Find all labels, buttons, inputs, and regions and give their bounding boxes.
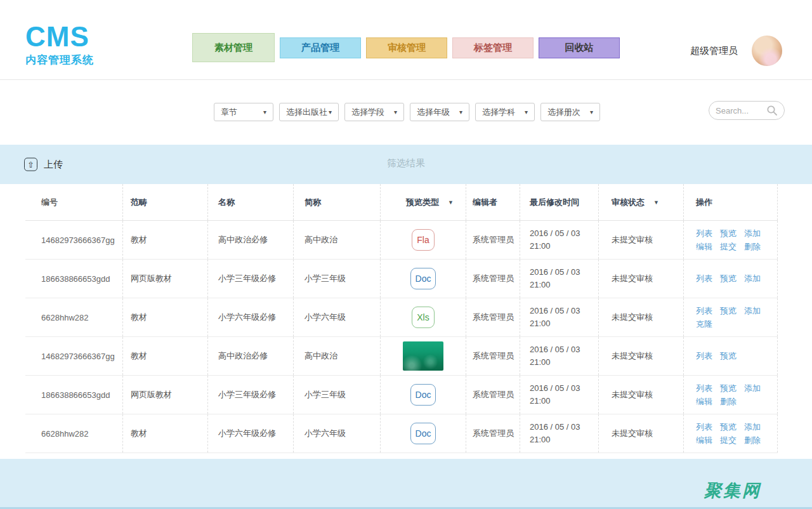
action-link-add[interactable]: 添加 xyxy=(744,273,761,284)
modified-datetime: 2016 / 05 / 0321:00 xyxy=(530,266,580,291)
action-links: 列表预览 xyxy=(696,350,777,362)
main-navigation: 素材管理产品管理审核管理标签管理回收站 xyxy=(192,33,620,62)
action-link-preview[interactable]: 预览 xyxy=(720,383,737,394)
user-area: 超级管理员 xyxy=(690,36,782,66)
action-link-list[interactable]: 列表 xyxy=(696,383,712,394)
dropdown-label: 章节 xyxy=(221,107,237,118)
dropdown-subject[interactable]: 选择学科▾ xyxy=(475,103,535,121)
editor-cell: 系统管理员 xyxy=(466,298,520,336)
dropdown-publisher[interactable]: 选择出版社▾ xyxy=(279,103,339,121)
dropdown-label: 选择年级 xyxy=(417,107,450,118)
action-link-submit[interactable]: 提交 xyxy=(720,241,737,253)
table-row: 6628hhw282教材小学六年级必修小学六年级Xls系统管理员2016 / 0… xyxy=(25,298,778,337)
actions-cell: 列表预览 xyxy=(684,337,778,375)
action-link-list[interactable]: 列表 xyxy=(696,273,712,284)
editor-cell: 系统管理员 xyxy=(466,221,520,259)
id-cell: 186638866653gdd xyxy=(25,376,123,414)
action-link-preview[interactable]: 预览 xyxy=(720,350,737,362)
modified-datetime: 2016 / 05 / 0321:00 xyxy=(530,227,580,253)
preview-cell: Doc xyxy=(381,260,466,298)
dropdown-chapter[interactable]: 章节▾ xyxy=(214,103,273,121)
chevron-down-icon: ▾ xyxy=(394,109,397,116)
modified-time-cell: 2016 / 05 / 0321:00 xyxy=(520,221,599,259)
action-link-clone[interactable]: 克隆 xyxy=(696,319,712,330)
column-header-label: 预览类型 xyxy=(406,197,439,208)
name-cell: 小学六年级必修 xyxy=(208,298,294,336)
chevron-down-icon: ▾ xyxy=(329,109,332,116)
search-input[interactable] xyxy=(716,106,764,116)
column-header-label: 最后修改时间 xyxy=(530,196,579,209)
action-link-submit[interactable]: 提交 xyxy=(720,435,737,446)
action-link-list[interactable]: 列表 xyxy=(696,228,712,239)
id-cell: 14682973666367gg xyxy=(25,221,123,259)
search-box xyxy=(709,101,785,120)
action-link-list[interactable]: 列表 xyxy=(696,421,712,433)
preview-type-badge: Fla xyxy=(412,229,434,251)
action-link-preview[interactable]: 预览 xyxy=(720,421,737,433)
action-link-list[interactable]: 列表 xyxy=(696,350,712,362)
action-link-delete[interactable]: 删除 xyxy=(744,435,761,446)
dropdown-label: 选择出版社 xyxy=(286,107,327,118)
nav-tab-products[interactable]: 产品管理 xyxy=(280,37,361,58)
logo-subtitle: 内容管理系统 xyxy=(25,53,94,67)
category-cell: 网页版教材 xyxy=(123,260,208,298)
page-footer: 聚集网 xyxy=(0,459,812,509)
dropdown-label: 选择册次 xyxy=(547,107,580,118)
preview-thumbnail-image[interactable] xyxy=(403,341,443,371)
column-header-2: 范畴 xyxy=(123,184,208,220)
preview-cell: Doc xyxy=(381,414,466,453)
column-header-4: 简称 xyxy=(294,184,381,220)
alias-cell: 小学六年级 xyxy=(294,298,381,336)
status-cell: 未提交审核 xyxy=(599,221,684,259)
action-link-edit[interactable]: 编辑 xyxy=(696,396,712,407)
column-header-5[interactable]: 预览类型▼ xyxy=(381,184,466,220)
nav-tab-materials[interactable]: 素材管理 xyxy=(192,33,275,62)
action-link-add[interactable]: 添加 xyxy=(744,383,761,394)
action-bar: ⇧ 上传 筛选结果 xyxy=(0,145,812,184)
table-header-row: 编号范畴名称简称预览类型▼编辑者最后修改时间审核状态▼操作 xyxy=(25,184,778,221)
action-link-preview[interactable]: 预览 xyxy=(720,273,737,284)
action-link-delete[interactable]: 删除 xyxy=(744,241,761,253)
status-cell: 未提交审核 xyxy=(599,298,684,336)
sort-caret-icon[interactable]: ▼ xyxy=(448,199,454,206)
search-icon[interactable] xyxy=(766,105,778,116)
nav-tab-recycle-bin[interactable]: 回收站 xyxy=(539,37,620,58)
user-name: 超级管理员 xyxy=(690,45,738,57)
watermark-text: 聚集网 xyxy=(704,479,761,502)
action-link-edit[interactable]: 编辑 xyxy=(696,435,712,446)
action-link-delete[interactable]: 删除 xyxy=(720,396,737,407)
nav-tab-tags[interactable]: 标签管理 xyxy=(452,37,534,58)
dropdown-stage[interactable]: 选择学段▾ xyxy=(344,103,404,121)
alias-cell: 小学三年级 xyxy=(294,260,381,298)
chevron-down-icon: ▾ xyxy=(459,109,462,116)
table-row: 186638866653gdd网页版教材小学三年级必修小学三年级Doc系统管理员… xyxy=(25,376,778,414)
action-links: 列表预览添加克隆 xyxy=(696,305,777,330)
actions-cell: 列表预览添加克隆 xyxy=(684,298,778,336)
editor-cell: 系统管理员 xyxy=(466,376,520,414)
user-avatar[interactable] xyxy=(752,36,782,66)
table-row: 14682973666367gg教材高中政治必修高中政治系统管理员2016 / … xyxy=(25,337,778,376)
nav-tab-review[interactable]: 审核管理 xyxy=(366,37,447,58)
action-link-add[interactable]: 添加 xyxy=(744,421,761,433)
preview-cell: Xls xyxy=(381,298,466,336)
alias-cell: 小学三年级 xyxy=(294,376,381,414)
modified-time-cell: 2016 / 05 / 0321:00 xyxy=(520,414,599,453)
category-cell: 教材 xyxy=(123,298,208,336)
action-link-preview[interactable]: 预览 xyxy=(720,305,737,317)
name-cell: 高中政治必修 xyxy=(208,221,294,259)
action-link-add[interactable]: 添加 xyxy=(744,305,761,317)
preview-type-badge: Doc xyxy=(410,423,436,444)
action-link-list[interactable]: 列表 xyxy=(696,305,712,317)
dropdown-grade[interactable]: 选择年级▾ xyxy=(410,103,469,121)
name-cell: 小学三年级必修 xyxy=(208,260,294,298)
materials-table: 编号范畴名称简称预览类型▼编辑者最后修改时间审核状态▼操作 1468297366… xyxy=(25,184,778,453)
actions-cell: 列表预览添加编辑提交删除 xyxy=(684,221,778,259)
dropdown-volume[interactable]: 选择册次▾ xyxy=(540,103,600,121)
action-link-add[interactable]: 添加 xyxy=(744,228,761,239)
modified-time-cell: 2016 / 05 / 0321:00 xyxy=(520,260,599,298)
action-link-edit[interactable]: 编辑 xyxy=(696,241,712,253)
sort-caret-icon[interactable]: ▼ xyxy=(653,199,659,206)
column-header-8[interactable]: 审核状态▼ xyxy=(599,184,684,220)
action-link-preview[interactable]: 预览 xyxy=(720,228,737,239)
action-links: 列表预览添加编辑删除 xyxy=(696,383,777,407)
